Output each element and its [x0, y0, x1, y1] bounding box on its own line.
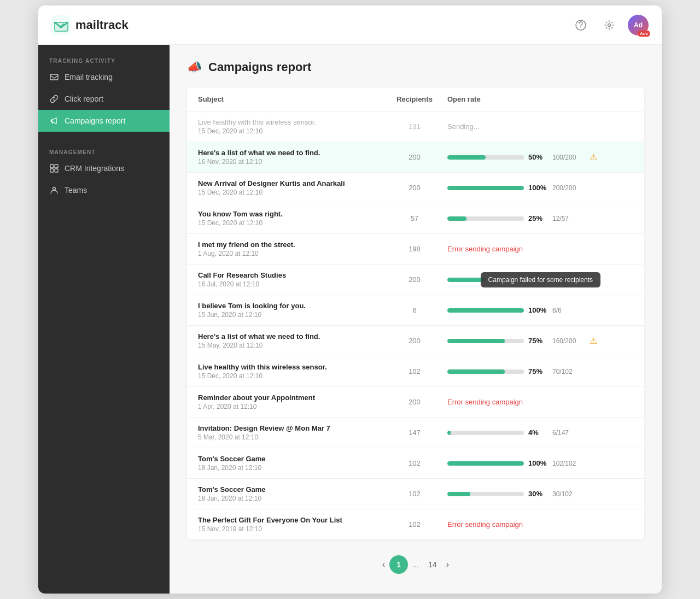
table-row[interactable]: Tom's Soccer Game 18 Jan, 2020 at 12:10 …: [187, 448, 644, 479]
row-recipients: 102: [382, 367, 447, 375]
progress-bar-fill: [447, 369, 505, 374]
sidebar-label-campaigns-report: Campaigns report: [65, 116, 125, 125]
row-date: 15 Jun, 2020 at 12:10: [198, 311, 382, 319]
svg-rect-5: [55, 165, 58, 168]
open-rate-cell: 100% 6/6: [447, 306, 590, 314]
warning-icon[interactable]: ⚠: [590, 152, 597, 162]
table-row[interactable]: Live healthy with this wireless sensor. …: [187, 356, 644, 387]
open-rate-pct: 100%: [528, 184, 548, 192]
row-recipients: 131: [382, 122, 447, 131]
row-recipients: 102: [382, 459, 447, 467]
open-rate-pct: 30%: [528, 490, 548, 498]
table-row[interactable]: Reminder about your Appointment 1 Apr, 2…: [187, 387, 644, 418]
table-header: Subject Recipients Open rate: [187, 87, 644, 111]
progress-bar-fill: [447, 461, 524, 466]
sidebar-item-crm-integrations[interactable]: CRM Integrations: [38, 157, 170, 179]
progress-bar-fill: [447, 308, 524, 313]
row-date: 16 Nov, 2020 at 12:10: [198, 158, 382, 166]
table-row[interactable]: I met my friend on the street. 1 Aug, 20…: [187, 234, 644, 265]
table-row[interactable]: New Arrival of Designer Kurtis and Anark…: [187, 173, 644, 203]
table-row[interactable]: Invitation: Design Review @ Mon Mar 7 5 …: [187, 418, 644, 448]
open-rate-pct: 75%: [528, 337, 548, 345]
open-rate-pct: 25%: [528, 214, 548, 222]
table-row[interactable]: Here's a list of what we need to find. 1…: [187, 326, 644, 356]
row-recipients: 198: [382, 245, 447, 253]
row-recipients: 200: [382, 153, 447, 161]
table-row[interactable]: You know Tom was right. 15 Dec, 2020 at …: [187, 203, 644, 234]
row-recipients: 200: [382, 184, 447, 192]
warning-icon[interactable]: ⚠: [590, 275, 597, 284]
open-rate-count: 102/102: [552, 460, 580, 467]
page-header: 📣 Campaigns report: [187, 60, 644, 74]
sending-text: Sending...: [447, 122, 480, 131]
page-1-button[interactable]: 1: [389, 555, 408, 574]
progress-bar-fill: [447, 216, 466, 221]
progress-bar-fill: [447, 431, 451, 435]
row-subject-cell: Invitation: Design Review @ Mon Mar 7 5 …: [198, 424, 382, 441]
page-dots: ...: [412, 560, 419, 569]
error-text: Error sending campaign: [447, 398, 523, 406]
sidebar: TRACKING ACTIVITY Email tracking Click r…: [38, 45, 170, 594]
progress-bar-fill: [447, 186, 524, 190]
campaigns-table: Subject Recipients Open rate Live health…: [187, 87, 644, 540]
table-row[interactable]: Here's a list of what we need to find. 1…: [187, 142, 644, 173]
row-subject: Tom's Soccer Game: [198, 455, 382, 463]
row-subject-cell: Tom's Soccer Game 18 Jan, 2020 at 12:10: [198, 455, 382, 472]
open-rate-cell: 75% 70/102: [447, 367, 590, 375]
row-subject-cell: Here's a list of what we need to find. 1…: [198, 332, 382, 349]
sidebar-item-campaigns-report[interactable]: Campaigns report: [38, 110, 170, 132]
open-rate-cell: 30% 30/102: [447, 490, 590, 498]
open-rate-count: 6/147: [552, 429, 580, 437]
sidebar-item-click-report[interactable]: Click report: [38, 88, 170, 110]
table-row[interactable]: I believe Tom is looking for you. 15 Jun…: [187, 295, 644, 326]
row-subject: Live healthy with this wireless sensor.: [198, 363, 382, 371]
row-subject-cell: Tom's Soccer Game 18 Jan, 2020 at 12:10: [198, 485, 382, 502]
row-subject-cell: You know Tom was right. 15 Dec, 2020 at …: [198, 210, 382, 227]
row-subject: Invitation: Design Review @ Mon Mar 7: [198, 424, 382, 432]
open-rate-cell: Error sending campaign: [447, 520, 590, 528]
progress-bar-track: [447, 369, 524, 374]
progress-bar-track: [447, 155, 524, 160]
teams-icon: [49, 185, 59, 195]
progress-bar-fill: [447, 155, 486, 160]
settings-button[interactable]: [599, 15, 619, 35]
progress-bar-track: [447, 461, 524, 466]
open-rate-cell: 50% 100/200: [447, 153, 590, 161]
row-recipients: 200: [382, 275, 447, 284]
avatar[interactable]: Ad Adv: [628, 15, 649, 36]
table-row[interactable]: Live healthy with this wireless sensor. …: [187, 111, 644, 142]
help-button[interactable]: [571, 15, 591, 35]
open-rate-count: 100/200: [552, 276, 580, 284]
row-date: 1 Apr, 2020 at 12:10: [198, 403, 382, 410]
row-subject: I met my friend on the street.: [198, 240, 382, 249]
svg-rect-6: [50, 169, 54, 172]
prev-page-button[interactable]: ‹: [382, 560, 385, 569]
sidebar-item-teams[interactable]: Teams: [38, 179, 170, 201]
row-date: 15 May, 2020 at 12:10: [198, 342, 382, 349]
logo[interactable]: mailtrack: [51, 15, 129, 35]
progress-bar-track: [447, 216, 524, 221]
row-subject-cell: I believe Tom is looking for you. 15 Jun…: [198, 302, 382, 319]
open-rate-count: 70/102: [552, 368, 580, 375]
row-subject: Here's a list of what we need to find.: [198, 332, 382, 340]
open-rate-pct: 100%: [528, 459, 548, 467]
row-subject: Live healthy with this wireless sensor.: [198, 118, 382, 126]
table-row[interactable]: The Perfect Gift For Everyone On Your Li…: [187, 509, 644, 540]
row-subject: New Arrival of Designer Kurtis and Anark…: [198, 179, 382, 187]
progress-bar-track: [447, 278, 524, 282]
page-last-button[interactable]: 14: [423, 555, 442, 574]
row-actions: ⚠: [590, 336, 633, 346]
open-rate-pct: 100%: [528, 306, 548, 314]
pagination: ‹ 1 ... 14 ›: [187, 555, 644, 578]
row-recipients: 200: [382, 398, 447, 406]
envelope-icon: [49, 72, 59, 82]
table-row[interactable]: Tom's Soccer Game 18 Jan, 2020 at 12:10 …: [187, 479, 644, 509]
next-page-button[interactable]: ›: [446, 560, 449, 569]
row-date: 18 Jan, 2020 at 12:10: [198, 464, 382, 472]
table-row[interactable]: Call For Research Studies 16 Jul, 2020 a…: [187, 265, 644, 295]
progress-bar-track: [447, 492, 524, 496]
warning-icon[interactable]: ⚠: [590, 336, 597, 345]
sidebar-item-email-tracking[interactable]: Email tracking: [38, 66, 170, 88]
titlebar-actions: Ad Adv: [571, 15, 649, 36]
grid-icon: [49, 163, 59, 173]
